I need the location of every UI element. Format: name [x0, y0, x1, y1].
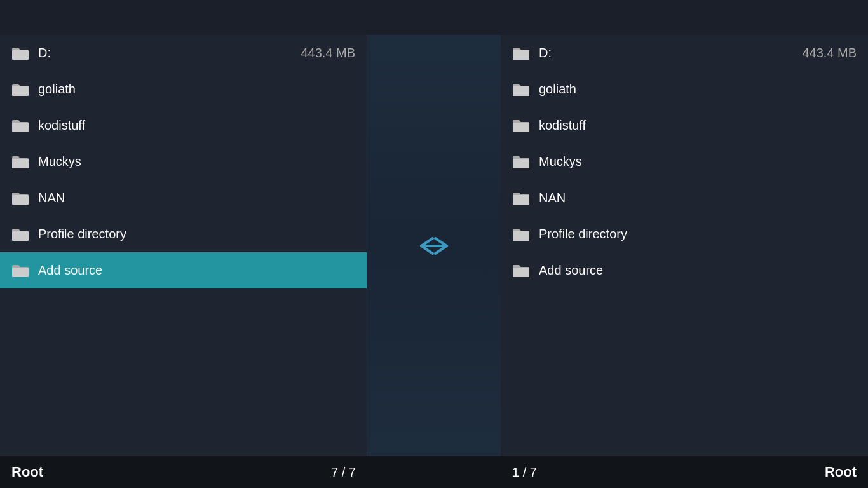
file-name: Profile directory: [38, 227, 355, 241]
file-name: kodistuff: [38, 118, 355, 133]
file-name: D:: [539, 46, 802, 60]
folder-icon: [11, 119, 29, 133]
folder-icon: [11, 191, 29, 205]
svg-rect-5: [12, 231, 29, 241]
svg-rect-13: [513, 231, 529, 241]
file-size: 443.4 MB: [301, 46, 355, 60]
footer: Root 7 / 7 1 / 7 Root: [0, 456, 868, 488]
left-file-item-muckys-left[interactable]: Muckys: [0, 144, 367, 180]
svg-rect-9: [513, 86, 529, 96]
folder-icon: [512, 191, 530, 205]
right-file-item-add-source-right[interactable]: Add source: [501, 252, 868, 288]
left-file-item-add-source-left[interactable]: Add source: [0, 252, 367, 288]
folder-icon: [11, 83, 29, 97]
right-file-item-d-drive-right[interactable]: D: 443.4 MB: [501, 35, 868, 71]
file-name: Add source: [38, 263, 355, 278]
folder-icon: [512, 155, 530, 169]
svg-rect-11: [513, 159, 529, 168]
left-file-item-d-drive-left[interactable]: D: 443.4 MB: [0, 35, 367, 71]
svg-rect-10: [513, 123, 529, 132]
folder-icon: [11, 264, 29, 278]
folder-icon: [512, 227, 530, 241]
footer-left-count: 7 / 7: [331, 465, 356, 480]
center-divider: [367, 35, 501, 456]
folder-icon: [11, 227, 29, 241]
file-name: NAN: [539, 191, 857, 205]
svg-rect-12: [513, 195, 529, 205]
left-file-item-kodistuff-left[interactable]: kodistuff: [0, 107, 367, 144]
svg-rect-1: [12, 86, 29, 96]
right-file-item-profile-directory-right[interactable]: Profile directory: [501, 216, 868, 252]
file-name: NAN: [38, 191, 355, 205]
file-name: D:: [38, 46, 301, 60]
folder-icon: [11, 155, 29, 169]
right-file-item-muckys-right[interactable]: Muckys: [501, 144, 868, 180]
left-file-item-profile-directory-left[interactable]: Profile directory: [0, 216, 367, 252]
svg-rect-8: [513, 50, 529, 60]
file-name: goliath: [38, 82, 355, 97]
folder-icon: [512, 119, 530, 133]
footer-right: 1 / 7 Root: [501, 464, 868, 480]
svg-rect-2: [12, 123, 29, 132]
left-pane: D: 443.4 MB goliath kodistuff Muckys: [0, 35, 367, 456]
footer-left: Root 7 / 7: [0, 464, 367, 480]
svg-rect-3: [12, 159, 29, 168]
right-file-item-kodistuff-right[interactable]: kodistuff: [501, 107, 868, 144]
svg-rect-4: [12, 195, 29, 205]
footer-right-count: 1 / 7: [512, 465, 537, 480]
file-name: Profile directory: [539, 227, 857, 241]
file-name: Muckys: [539, 154, 857, 169]
left-file-item-nan-left[interactable]: NAN: [0, 180, 367, 216]
footer-right-label: Root: [825, 464, 857, 480]
folder-icon: [512, 46, 530, 60]
svg-rect-6: [12, 268, 29, 277]
file-name: Add source: [539, 263, 857, 278]
right-file-item-nan-right[interactable]: NAN: [501, 180, 868, 216]
right-file-item-goliath-right[interactable]: goliath: [501, 71, 868, 107]
file-name: goliath: [539, 82, 857, 97]
main-content: D: 443.4 MB goliath kodistuff Muckys: [0, 35, 868, 456]
folder-icon: [11, 46, 29, 60]
svg-rect-14: [513, 268, 529, 277]
file-name: Muckys: [38, 154, 355, 169]
folder-icon: [512, 83, 530, 97]
app-header: [0, 0, 868, 35]
footer-left-label: Root: [11, 464, 43, 480]
right-pane: D: 443.4 MB goliath kodistuff Muckys: [501, 35, 868, 456]
svg-rect-0: [12, 50, 29, 60]
folder-icon: [512, 264, 530, 278]
left-file-item-goliath-left[interactable]: goliath: [0, 71, 367, 107]
file-name: kodistuff: [539, 118, 857, 133]
file-size: 443.4 MB: [802, 46, 857, 60]
transfer-icon: [415, 233, 453, 259]
